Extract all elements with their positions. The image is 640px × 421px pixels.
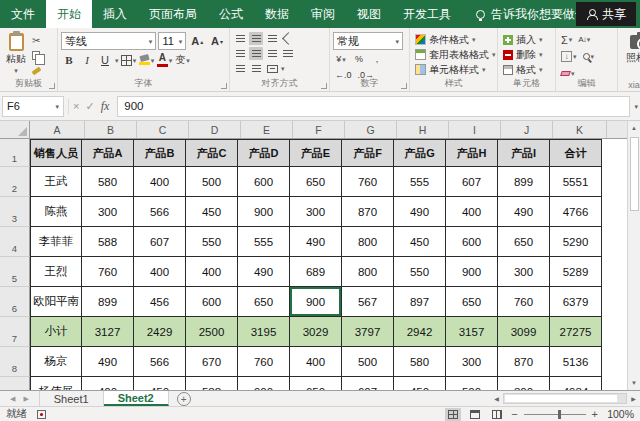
scroll-down-icon[interactable]: ▼ <box>628 376 640 390</box>
cell-D8[interactable]: 670 <box>186 347 238 377</box>
autosum-button[interactable]: Σ▾ <box>559 32 574 47</box>
borders-button[interactable]: ▾ <box>121 52 137 68</box>
cell-H8[interactable]: 580 <box>394 347 446 377</box>
cell-A3[interactable]: 陈燕 <box>30 197 82 227</box>
cell-E8[interactable]: 760 <box>238 347 290 377</box>
cell-F5[interactable]: 689 <box>290 257 342 287</box>
row-number[interactable]: 9 <box>0 377 30 390</box>
sheet-nav-left-icon[interactable]: ◀ <box>10 395 15 403</box>
cell-C7[interactable]: 2429 <box>134 317 186 347</box>
cancel-entry-icon[interactable]: × <box>73 100 79 112</box>
cell-C5[interactable]: 400 <box>134 257 186 287</box>
cell-D6[interactable]: 600 <box>186 287 238 317</box>
cell-B7[interactable]: 3127 <box>82 317 134 347</box>
hscroll-left-icon[interactable]: ◀ <box>490 395 503 402</box>
phonetic-button[interactable]: 变▾ <box>175 52 191 68</box>
cell-K8[interactable]: 5136 <box>550 347 602 377</box>
cell-G5[interactable]: 800 <box>342 257 394 287</box>
row-number[interactable]: 8 <box>0 347 30 377</box>
align-middle-button[interactable] <box>249 32 263 45</box>
number-dialog-launcher[interactable] <box>401 83 407 89</box>
cell-J4[interactable]: 650 <box>498 227 550 257</box>
bold-button[interactable]: B <box>61 52 77 68</box>
cell-F7[interactable]: 3029 <box>290 317 342 347</box>
macro-record-icon[interactable] <box>37 410 46 419</box>
cell-K9[interactable]: 4934 <box>550 377 602 390</box>
page-break-view-button[interactable] <box>489 408 505 421</box>
cell-H7[interactable]: 2942 <box>394 317 446 347</box>
cell-A4[interactable]: 李菲菲 <box>30 227 82 257</box>
cell-K7[interactable]: 27275 <box>550 317 602 347</box>
cell-K4[interactable]: 5290 <box>550 227 602 257</box>
row-number[interactable]: 3 <box>0 197 30 227</box>
column-header-I[interactable]: I <box>449 121 501 138</box>
zoom-out-button[interactable]: − <box>511 408 517 420</box>
confirm-entry-icon[interactable]: ✓ <box>85 100 94 113</box>
page-layout-view-button[interactable] <box>467 408 483 421</box>
insert-cells-button[interactable]: 插入 ▾ <box>501 32 552 47</box>
cell-I6[interactable]: 650 <box>446 287 498 317</box>
select-all-button[interactable] <box>0 121 30 138</box>
sheet-tab-sheet1[interactable]: Sheet1 <box>39 391 104 406</box>
row-number[interactable]: 4 <box>0 227 30 257</box>
vertical-scrollbar[interactable]: ▲ ▼ <box>627 121 640 390</box>
column-header-A[interactable]: A <box>30 121 85 138</box>
cell-J8[interactable]: 870 <box>498 347 550 377</box>
cell-J5[interactable]: 300 <box>498 257 550 287</box>
format-as-table-button[interactable]: 套用表格格式 ▾ <box>413 47 494 62</box>
cell-C3[interactable]: 566 <box>134 197 186 227</box>
cell-G1[interactable]: 产品F <box>342 139 394 167</box>
cell-E5[interactable]: 490 <box>238 257 290 287</box>
cell-C9[interactable]: 450 <box>134 377 186 390</box>
cell-D4[interactable]: 550 <box>186 227 238 257</box>
cell-F8[interactable]: 400 <box>290 347 342 377</box>
cell-A1[interactable]: 销售人员 <box>30 139 82 167</box>
cell-B2[interactable]: 580 <box>82 167 134 197</box>
cell-A9[interactable]: 杨伟展 <box>30 377 82 390</box>
tab-formulas[interactable]: 公式 <box>208 0 254 28</box>
camera-button[interactable]: 照相机 <box>621 32 640 65</box>
cell-F4[interactable]: 490 <box>290 227 342 257</box>
cell-A6[interactable]: 欧阳平南 <box>30 287 82 317</box>
tab-data[interactable]: 数据 <box>254 0 300 28</box>
cell-I2[interactable]: 607 <box>446 167 498 197</box>
cell-J6[interactable]: 760 <box>498 287 550 317</box>
paste-dropdown-icon[interactable]: ▾ <box>14 67 18 74</box>
tab-view[interactable]: 视图 <box>346 0 392 28</box>
decrease-indent-button[interactable] <box>233 62 247 75</box>
cell-I8[interactable]: 300 <box>446 347 498 377</box>
cell-D3[interactable]: 450 <box>186 197 238 227</box>
row-number[interactable]: 5 <box>0 257 30 287</box>
cell-K3[interactable]: 4766 <box>550 197 602 227</box>
expand-formula-bar-icon[interactable]: ▾ <box>634 103 638 110</box>
cell-H1[interactable]: 产品G <box>394 139 446 167</box>
cell-A2[interactable]: 王武 <box>30 167 82 197</box>
cell-B4[interactable]: 588 <box>82 227 134 257</box>
cell-J3[interactable]: 490 <box>498 197 550 227</box>
cell-G7[interactable]: 3797 <box>342 317 394 347</box>
underline-button[interactable]: U <box>97 52 113 68</box>
find-select-button[interactable]: ▾ <box>581 49 597 64</box>
increase-indent-button[interactable] <box>249 62 263 75</box>
comma-format-button[interactable]: , <box>369 52 385 66</box>
grow-font-button[interactable]: A▴ <box>188 33 206 49</box>
cell-E9[interactable]: 900 <box>238 377 290 390</box>
row-number[interactable]: 7 <box>0 317 30 347</box>
column-header-G[interactable]: G <box>345 121 397 138</box>
cell-J9[interactable]: 300 <box>498 377 550 390</box>
cell-E4[interactable]: 555 <box>238 227 290 257</box>
cell-D9[interactable]: 588 <box>186 377 238 390</box>
zoom-in-button[interactable]: + <box>592 408 598 420</box>
cell-A5[interactable]: 王烈 <box>30 257 82 287</box>
new-sheet-button[interactable]: + <box>177 392 191 406</box>
cell-B3[interactable]: 300 <box>82 197 134 227</box>
format-cells-button[interactable]: 格式 ▾ <box>501 62 552 77</box>
font-dialog-launcher[interactable] <box>221 83 227 89</box>
cell-G9[interactable]: 607 <box>342 377 394 390</box>
scroll-up-icon[interactable]: ▲ <box>628 121 640 135</box>
cell-E3[interactable]: 900 <box>238 197 290 227</box>
column-header-B[interactable]: B <box>85 121 137 138</box>
cell-H4[interactable]: 450 <box>394 227 446 257</box>
cell-B9[interactable]: 400 <box>82 377 134 390</box>
fill-color-button[interactable]: ▾ <box>139 52 155 68</box>
